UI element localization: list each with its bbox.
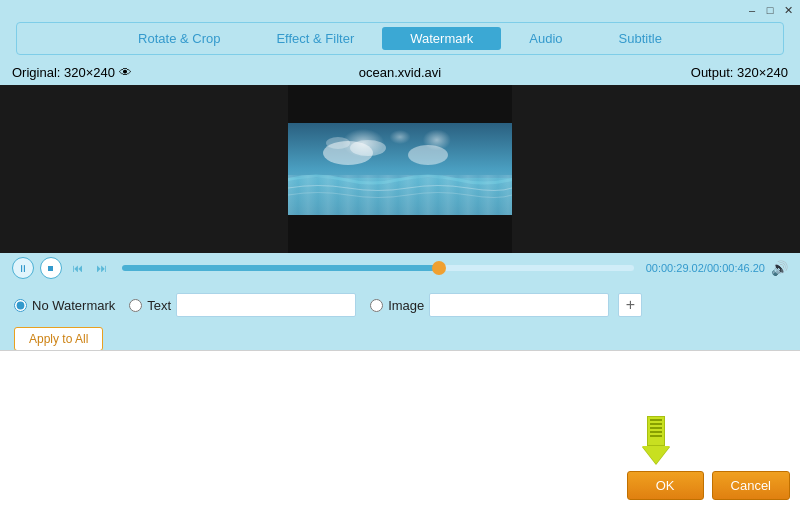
- svg-rect-0: [288, 123, 512, 215]
- no-watermark-group: No Watermark: [14, 298, 115, 313]
- filename-center: ocean.xvid.avi: [359, 65, 441, 80]
- text-watermark-input[interactable]: [176, 293, 356, 317]
- no-watermark-label: No Watermark: [32, 298, 115, 313]
- volume-icon[interactable]: 🔊: [771, 260, 788, 276]
- progress-fill: [122, 265, 439, 271]
- time-current: 00:00:29.02: [646, 262, 704, 274]
- tab-effect-filter[interactable]: Effect & Filter: [248, 27, 382, 50]
- tab-audio[interactable]: Audio: [501, 27, 590, 50]
- maximize-button[interactable]: □: [762, 3, 778, 17]
- cancel-button[interactable]: Cancel: [712, 471, 790, 500]
- svg-point-5: [326, 137, 350, 149]
- video-image: [288, 123, 512, 215]
- video-container: [0, 85, 800, 253]
- ok-button[interactable]: OK: [627, 471, 704, 500]
- tab-bar-wrapper: Rotate & Crop Effect & Filter Watermark …: [0, 20, 800, 59]
- video-preview: [288, 85, 512, 253]
- image-watermark-group: Image +: [370, 293, 642, 317]
- next-button[interactable]: ⏭: [92, 259, 110, 277]
- arrow-line-2: [650, 423, 662, 425]
- output-info: Output: 320×240: [691, 65, 788, 80]
- video-black-bottom: [288, 215, 512, 253]
- stop-button[interactable]: ⏹: [40, 257, 62, 279]
- prev-button[interactable]: ⏮: [68, 259, 86, 277]
- apply-to-all-button[interactable]: Apply to All: [14, 327, 103, 351]
- filename: ocean.xvid.avi: [359, 65, 441, 80]
- original-info: Original: 320×240 👁: [12, 65, 132, 80]
- svg-point-4: [408, 145, 448, 165]
- svg-point-2: [323, 141, 373, 165]
- close-button[interactable]: ✕: [780, 3, 796, 17]
- progress-bar[interactable]: [122, 265, 634, 271]
- image-watermark-label: Image: [388, 298, 424, 313]
- arrow-line-1: [650, 419, 662, 421]
- svg-rect-1: [288, 178, 512, 215]
- download-arrow-icon: [642, 416, 670, 464]
- text-watermark-group: Text: [129, 293, 356, 317]
- arrow-head: [642, 446, 670, 464]
- pause-button[interactable]: ⏸: [12, 257, 34, 279]
- arrow-line-3: [650, 427, 662, 429]
- svg-point-3: [350, 140, 386, 156]
- image-watermark-input[interactable]: [429, 293, 609, 317]
- progress-thumb[interactable]: [432, 261, 446, 275]
- watermark-options: No Watermark Text Image +: [14, 293, 786, 317]
- arrow-lines: [650, 419, 662, 437]
- text-watermark-label: Text: [147, 298, 171, 313]
- bottom-panel: OK Cancel: [0, 350, 800, 510]
- no-watermark-radio[interactable]: [14, 299, 27, 312]
- time-total: 00:00:46.20: [707, 262, 765, 274]
- arrow-line-5: [650, 435, 662, 437]
- text-watermark-radio[interactable]: [129, 299, 142, 312]
- time-display: 00:00:29.02/00:00:46.20: [646, 262, 765, 274]
- add-image-button[interactable]: +: [618, 293, 642, 317]
- minimize-button[interactable]: –: [744, 3, 760, 17]
- arrow-body: [647, 416, 665, 446]
- tab-rotate-crop[interactable]: Rotate & Crop: [110, 27, 248, 50]
- video-svg: [288, 123, 512, 215]
- tab-subtitle[interactable]: Subtitle: [591, 27, 690, 50]
- video-black-top: [288, 85, 512, 123]
- tab-bar: Rotate & Crop Effect & Filter Watermark …: [16, 22, 784, 55]
- title-bar: – □ ✕: [0, 0, 800, 20]
- info-bar: Original: 320×240 👁 ocean.xvid.avi Outpu…: [0, 59, 800, 85]
- output-label: Output: 320×240: [691, 65, 788, 80]
- eye-icon[interactable]: 👁: [119, 65, 132, 80]
- image-watermark-radio[interactable]: [370, 299, 383, 312]
- arrow-line-4: [650, 431, 662, 433]
- action-buttons: OK Cancel: [627, 471, 790, 500]
- controls-bar: ⏸ ⏹ ⏮ ⏭ 00:00:29.02/00:00:46.20 🔊: [0, 253, 800, 283]
- original-label: Original: 320×240: [12, 65, 115, 80]
- tab-watermark[interactable]: Watermark: [382, 27, 501, 50]
